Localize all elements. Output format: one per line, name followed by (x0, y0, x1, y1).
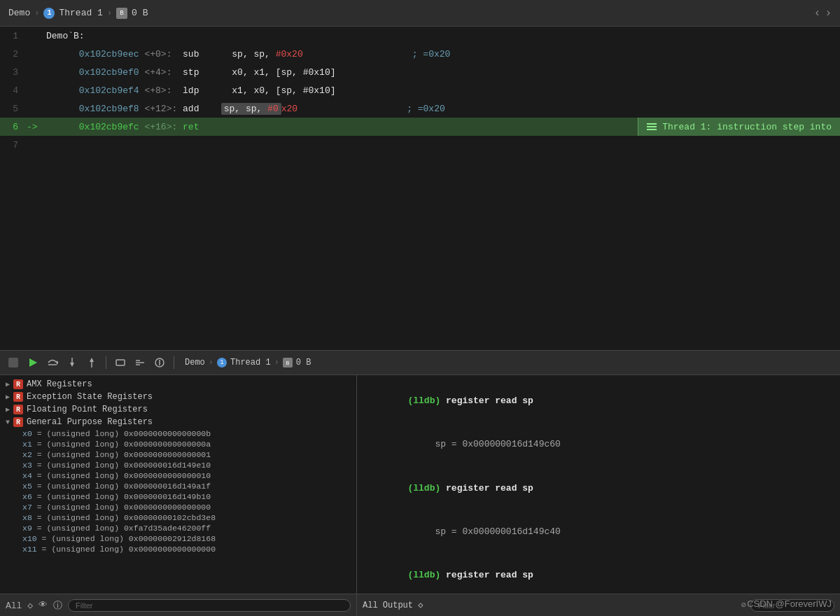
info-btn[interactable]: ⓘ (53, 599, 62, 612)
toolbar-thread-btn[interactable] (132, 355, 148, 370)
reg-item-x0: x0 = (unsigned long) 0x000000000000000b (0, 428, 356, 439)
thread-icon: 1 (43, 8, 55, 19)
toolbar-step-over-btn[interactable] (45, 355, 60, 370)
svg-marker-2 (57, 360, 58, 365)
console-line-3: (lldb) register read sp (364, 467, 833, 510)
code-area: 1 Demo`B: 2 0x102cb9eec <+0>: sub sp, sp… (0, 27, 840, 350)
console-line-4: sp = 0x000000016d149c40 (364, 510, 833, 554)
reg-item-x8: x8 = (unsigned long) 0x00000000102cbd3e8 (0, 512, 356, 523)
nav-forward-btn[interactable]: › (825, 7, 832, 20)
arrow-6: -> (27, 122, 46, 132)
toolbar-breadcrumb: Demo › 1 Thread 1 › B 0 B (185, 358, 311, 368)
r-badge-gp: R (13, 417, 23, 427)
svg-rect-0 (8, 358, 18, 368)
demo-breadcrumb: Demo (8, 8, 30, 18)
reg-group-exc: ▶ R Exception State Registers (0, 391, 356, 403)
toolbar-step-into-btn[interactable] (64, 355, 80, 370)
svg-marker-1 (29, 358, 37, 367)
reg-group-exc-label: Exception State Registers (27, 392, 153, 402)
all-btn[interactable]: All ◇ (6, 600, 33, 611)
footer-output-group: All Output ◇ (363, 600, 423, 610)
reg-group-gp: ▼ R General Purpose Registers x0 = (unsi… (0, 416, 356, 554)
bottom-toolbar: Demo › 1 Thread 1 › B 0 B (0, 350, 840, 375)
reg-item-x9: x9 = (unsigned long) 0xfa7d35ade46200ff (0, 523, 356, 533)
nav-back-btn[interactable]: ‹ (814, 7, 821, 20)
console-line-2: sp = 0x000000016d149c60 (364, 423, 833, 466)
console-line-1: (lldb) register read sp (364, 379, 833, 423)
reg-item-x11: x11 = (unsigned long) 0x0000000000000000 (0, 544, 356, 554)
toolbar-play-btn[interactable] (25, 355, 41, 370)
r-badge-amx: R (13, 379, 23, 389)
svg-rect-8 (116, 360, 125, 365)
code-line-7: 7 (0, 136, 840, 154)
tooltip-text: Thread 1: instruction step into (662, 122, 832, 132)
titlebar-breadcrumb: Demo › 1 Thread 1 › B 0 B (8, 8, 148, 19)
reg-group-gp-header[interactable]: ▼ R General Purpose Registers (0, 416, 356, 428)
reg-item-x5: x5 = (unsigned long) 0x000000016d149a1f (0, 481, 356, 491)
filter-icon: ⊘ (741, 600, 746, 610)
line-num-6: 6 (6, 122, 27, 132)
reg-item-x4: x4 = (unsigned long) 0x0000000000000010 (0, 470, 356, 481)
tb-demo-label: Demo (185, 358, 205, 368)
expand-arrow-fp: ▶ (6, 405, 10, 414)
toolbar-breakpoint-btn[interactable] (113, 355, 128, 370)
svg-marker-5 (70, 363, 74, 367)
line-num-7: 7 (6, 140, 27, 150)
reg-group-amx-label: AMX Registers (27, 379, 92, 389)
file-breadcrumb: 0 B (132, 8, 148, 18)
tb-file-label: 0 B (296, 358, 312, 368)
hamburger-icon[interactable] (647, 123, 657, 130)
toolbar-step-out-btn[interactable] (84, 355, 99, 370)
tb-thread-icon: 1 (217, 358, 227, 368)
reg-item-x6: x6 = (unsigned long) 0x000000016d149b10 (0, 491, 356, 502)
svg-marker-7 (90, 358, 94, 362)
console-output: (lldb) register read sp sp = 0x000000016… (357, 375, 840, 594)
toolbar-stop-btn[interactable] (6, 355, 21, 370)
breadcrumb-sep-1: › (34, 8, 39, 18)
output-label[interactable]: All Output ◇ (363, 600, 423, 610)
register-panel: ▶ R AMX Registers ▶ R Exception State Re… (0, 375, 357, 616)
r-badge-fp: R (13, 405, 23, 414)
bottom-panels: ▶ R AMX Registers ▶ R Exception State Re… (0, 375, 840, 616)
line-num-2: 2 (6, 49, 27, 59)
eye-btn[interactable]: 👁 (38, 600, 48, 610)
toolbar-sep-1 (106, 356, 106, 369)
tb-file-icon: B (283, 358, 293, 368)
toolbar-sep-2 (174, 356, 174, 369)
reg-item-x2: x2 = (unsigned long) 0x0000000000000001 (0, 449, 356, 460)
reg-item-x3: x3 = (unsigned long) 0x000000016d149e10 (0, 460, 356, 470)
expand-arrow-exc: ▶ (6, 393, 10, 401)
reg-group-exc-header[interactable]: ▶ R Exception State Registers (0, 391, 356, 403)
reg-group-fp-header[interactable]: ▶ R Floating Point Registers (0, 403, 356, 416)
step-tooltip: Thread 1: instruction step into (638, 118, 840, 136)
code-line-6: 6 -> 0x102cb9efc <+16>: ret Thread 1: in… (0, 118, 840, 136)
reg-item-x7: x7 = (unsigned long) 0x0000000000000000 (0, 502, 356, 512)
expand-arrow-gp: ▼ (6, 419, 10, 426)
reg-group-fp: ▶ R Floating Point Registers (0, 403, 356, 416)
reg-item-x1: x1 = (unsigned long) 0x000000000000000a (0, 439, 356, 449)
watermark: CSDN @ForeverIWJ (747, 598, 832, 609)
line-num-4: 4 (6, 85, 27, 96)
toolbar-memory-btn[interactable] (152, 355, 167, 370)
titlebar: Demo › 1 Thread 1 › B 0 B ‹ › (0, 0, 840, 27)
expand-arrow-amx: ▶ (6, 380, 10, 388)
console-line-5: (lldb) register read sp (364, 554, 833, 594)
register-filter-input[interactable] (68, 599, 351, 612)
reg-group-amx: ▶ R AMX Registers (0, 378, 356, 391)
left-panel-footer: All ◇ 👁 ⓘ (0, 594, 356, 616)
line-num-1: 1 (6, 31, 27, 41)
reg-group-gp-label: General Purpose Registers (27, 417, 153, 427)
titlebar-nav: ‹ › (814, 7, 832, 20)
reg-item-x10: x10 = (unsigned long) 0x00000002912d8168 (0, 533, 356, 544)
reg-group-amx-header[interactable]: ▶ R AMX Registers (0, 378, 356, 391)
register-list: ▶ R AMX Registers ▶ R Exception State Re… (0, 375, 356, 594)
r-badge-exc: R (13, 392, 23, 402)
tb-thread-label: Thread 1 (230, 358, 271, 368)
console-panel: (lldb) register read sp sp = 0x000000016… (357, 375, 840, 616)
breadcrumb-sep-2: › (107, 8, 112, 18)
file-icon: B (116, 8, 127, 19)
thread-breadcrumb: Thread 1 (59, 8, 102, 18)
reg-group-fp-label: Floating Point Registers (27, 405, 148, 414)
line-num-5: 5 (6, 104, 27, 114)
line-num-3: 3 (6, 67, 27, 78)
